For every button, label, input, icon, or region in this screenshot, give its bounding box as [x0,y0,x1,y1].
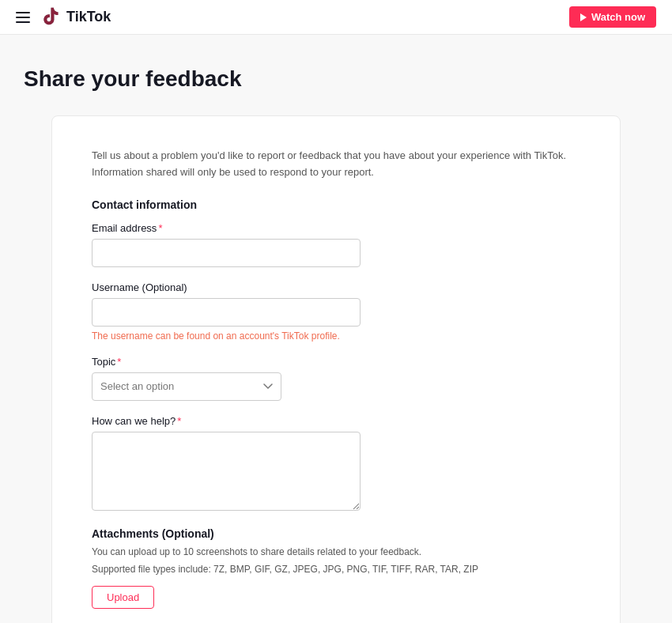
email-label: Email address* [92,222,580,234]
upload-button[interactable]: Upload [92,586,154,609]
username-field-group: Username (Optional) The username can be … [92,281,580,342]
page-title: Share your feedback [24,66,648,92]
attachments-title: Attachments (Optional) [92,527,580,540]
logo-text: TikTok [66,9,111,25]
topic-field-group: Topic* Select an option [92,356,580,401]
watch-now-label: Watch now [591,11,645,23]
header: TikTok Watch now [0,0,672,35]
attachments-section: Attachments (Optional) You can upload up… [92,527,580,609]
help-field-group: How can we help?* [92,415,580,513]
username-input[interactable] [92,298,361,327]
page-content: Share your feedback Tell us about a prob… [0,35,672,623]
play-icon [580,13,587,21]
email-field-group: Email address* [92,222,580,267]
help-textarea[interactable] [92,432,361,511]
watch-now-button[interactable]: Watch now [569,6,656,28]
username-hint: The username can be found on an account'… [92,330,580,342]
attachments-desc: You can upload up to 10 screenshots to s… [92,545,580,559]
topic-label: Topic* [92,356,580,368]
form-card: Tell us about a problem you'd like to re… [51,115,621,623]
attachments-types: Supported file types include: 7Z, BMP, G… [92,562,580,576]
help-label: How can we help?* [92,415,580,427]
tiktok-logo-icon [40,6,62,28]
email-input[interactable] [92,239,361,267]
header-left: TikTok [16,6,111,28]
hamburger-menu-icon[interactable] [16,12,30,23]
contact-section-label: Contact information [92,198,580,211]
tiktok-logo[interactable]: TikTok [40,6,111,28]
topic-select[interactable]: Select an option [92,372,281,401]
intro-text: Tell us about a problem you'd like to re… [92,148,580,181]
username-label: Username (Optional) [92,281,580,293]
